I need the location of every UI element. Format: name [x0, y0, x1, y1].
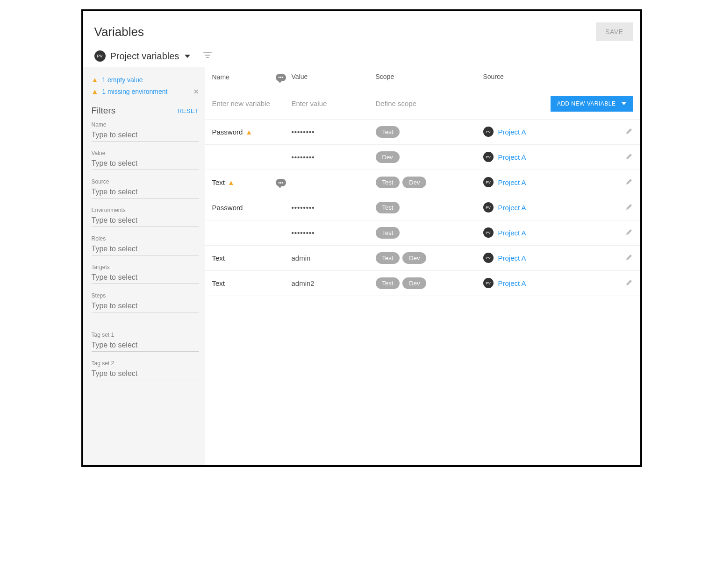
variables-table: Name ••• Value Scope Source Enter new va… — [205, 67, 640, 465]
new-variable-row: Enter new variable Enter value Define sc… — [205, 88, 640, 120]
filter-label: Name — [92, 121, 199, 128]
variable-row[interactable]: Text admin TestDev PV Project A — [205, 246, 640, 271]
new-variable-value-input[interactable]: Enter value — [292, 99, 327, 107]
new-variable-scope-input[interactable]: Define scope — [376, 99, 417, 107]
scope-tag[interactable]: Dev — [402, 177, 426, 188]
source-badge: PV — [483, 227, 494, 238]
variable-name: Text — [212, 279, 225, 287]
column-header-name[interactable]: Name — [212, 73, 229, 81]
scope-tag[interactable]: Dev — [376, 151, 400, 163]
source-badge: PV — [483, 253, 494, 263]
variable-value: admin — [292, 254, 311, 262]
filter-input-tag set 2[interactable] — [92, 368, 199, 380]
filter-label: Environments — [92, 207, 199, 213]
source-badge: PV — [483, 202, 494, 213]
source-badge: PV — [483, 152, 494, 162]
variable-name: Text — [212, 178, 225, 186]
source-link[interactable]: Project A — [498, 279, 526, 287]
scope-tag[interactable]: Test — [376, 227, 400, 239]
filter-label: Targets — [92, 264, 199, 270]
chevron-down-icon — [622, 102, 626, 105]
variable-row[interactable]: Text admin2 TestDev PV Project A — [205, 271, 640, 296]
filter-sidebar: ▲ 1 empty value ▲ 1 missing environment … — [83, 67, 205, 465]
filter-input-roles[interactable] — [92, 243, 199, 255]
warning-missing-environment[interactable]: ▲ 1 missing environment ✕ — [92, 87, 199, 95]
source-link[interactable]: Project A — [498, 254, 526, 262]
scope-tag[interactable]: Test — [376, 277, 400, 289]
source-link[interactable]: Project A — [498, 128, 526, 136]
variable-value: •••••••• — [292, 204, 315, 212]
filter-icon[interactable] — [203, 52, 212, 60]
filter-label: Tag set 1 — [92, 332, 199, 338]
reset-filters-button[interactable]: RESET — [178, 107, 199, 114]
edit-icon[interactable] — [625, 128, 633, 136]
filters-heading: Filters — [92, 106, 116, 116]
warning-empty-value[interactable]: ▲ 1 empty value — [92, 76, 199, 84]
variable-value: •••••••• — [292, 229, 315, 237]
variable-name: Password — [212, 204, 243, 212]
add-new-variable-button[interactable]: ADD NEW VARIABLE — [551, 96, 633, 112]
edit-icon[interactable] — [625, 179, 633, 187]
comment-icon[interactable]: ••• — [276, 179, 286, 186]
filter-input-targets[interactable] — [92, 271, 199, 284]
filter-input-environments[interactable] — [92, 214, 199, 227]
edit-icon[interactable] — [625, 229, 633, 237]
variable-value: •••••••• — [292, 153, 315, 161]
divider — [92, 322, 199, 322]
edit-icon[interactable] — [625, 204, 633, 212]
filter-input-tag set 1[interactable] — [92, 339, 199, 352]
save-button[interactable]: SAVE — [596, 22, 632, 41]
scope-tag[interactable]: Test — [376, 177, 400, 188]
source-badge: PV — [483, 278, 494, 288]
variable-row[interactable]: Password •••••••• Test PV Project A — [205, 195, 640, 220]
project-variables-badge: PV — [94, 50, 106, 62]
variable-row[interactable]: •••••••• Dev PV Project A — [205, 145, 640, 170]
source-link[interactable]: Project A — [498, 229, 526, 237]
source-link[interactable]: Project A — [498, 178, 526, 186]
filter-input-name[interactable] — [92, 129, 199, 142]
variable-row[interactable]: Text ▲ ••• TestDev PV Project A — [205, 170, 640, 195]
scope-selector-label[interactable]: Project variables — [110, 51, 179, 62]
warning-icon: ▲ — [228, 178, 235, 186]
variable-row[interactable]: Password ▲ •••••••• Test PV Project A — [205, 120, 640, 145]
variable-name: Password — [212, 128, 243, 136]
page-title: Variables — [94, 25, 144, 39]
filter-label: Source — [92, 178, 199, 185]
column-header-scope[interactable]: Scope — [376, 73, 394, 80]
filter-input-source[interactable] — [92, 186, 199, 198]
edit-icon[interactable] — [625, 280, 633, 288]
source-badge: PV — [483, 177, 494, 187]
scope-tag[interactable]: Dev — [402, 277, 426, 289]
warning-icon: ▲ — [92, 76, 99, 84]
source-link[interactable]: Project A — [498, 204, 526, 212]
chevron-down-icon[interactable] — [185, 55, 190, 58]
scope-tag[interactable]: Test — [376, 202, 400, 213]
variable-value: admin2 — [292, 279, 315, 287]
edit-icon[interactable] — [625, 154, 633, 162]
scope-tag[interactable]: Dev — [402, 252, 426, 264]
filter-label: Roles — [92, 235, 199, 242]
new-variable-name-input[interactable]: Enter new variable — [212, 99, 270, 107]
variable-value: •••••••• — [292, 128, 315, 136]
source-link[interactable]: Project A — [498, 153, 526, 161]
column-header-value[interactable]: Value — [292, 73, 308, 80]
close-icon[interactable]: ✕ — [193, 88, 199, 95]
warning-icon: ▲ — [245, 128, 252, 136]
filter-label: Value — [92, 150, 199, 156]
filter-input-value[interactable] — [92, 157, 199, 170]
warning-icon: ▲ — [92, 87, 99, 95]
column-header-source[interactable]: Source — [483, 73, 504, 80]
table-header-row: Name ••• Value Scope Source — [205, 67, 640, 88]
filter-label: Tag set 2 — [92, 360, 199, 367]
scope-tag[interactable]: Test — [376, 126, 400, 138]
edit-icon[interactable] — [625, 255, 633, 262]
comment-icon: ••• — [276, 74, 286, 81]
filter-input-steps[interactable] — [92, 300, 199, 312]
source-badge: PV — [483, 127, 494, 137]
filter-label: Steps — [92, 292, 199, 299]
scope-tag[interactable]: Test — [376, 252, 400, 264]
variable-row[interactable]: •••••••• Test PV Project A — [205, 220, 640, 246]
variable-name: Text — [212, 254, 225, 262]
